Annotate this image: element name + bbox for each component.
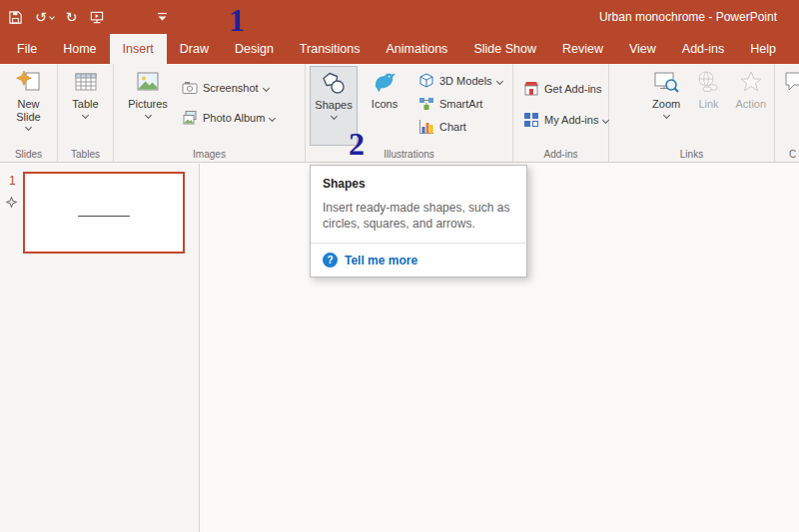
redo-button[interactable]: ↻ — [66, 10, 78, 24]
chevron-down-icon — [82, 112, 89, 119]
save-button[interactable] — [8, 10, 23, 25]
get-add-ins-button[interactable]: Get Add-ins — [519, 79, 612, 99]
link-button: Link — [687, 66, 729, 146]
slide-1-thumbnail[interactable] — [23, 172, 185, 254]
smartart-label: SmartArt — [439, 98, 482, 110]
tab-home[interactable]: Home — [50, 34, 109, 64]
customize-qat-button[interactable] — [157, 12, 168, 22]
quick-access-toolbar: ↺ ↻ — [8, 0, 168, 34]
chevron-down-icon — [663, 112, 670, 119]
powerpoint-window: ↺ ↻ Urban monochrome - PowerPoint File H… — [0, 0, 799, 532]
get-add-ins-label: Get Add-ins — [544, 83, 601, 95]
group-images: Pictures Screenshot Photo Album — [114, 64, 306, 162]
smartart-icon — [418, 96, 434, 112]
icons-button[interactable]: Icons — [361, 66, 408, 146]
tooltip-body: Insert ready-made shapes, such as circle… — [323, 200, 514, 232]
tab-draw[interactable]: Draw — [167, 34, 222, 64]
new-slide-button[interactable]: New Slide — [5, 66, 53, 146]
tab-view[interactable]: View — [616, 34, 669, 64]
group-label-illustrations: Illustrations — [306, 149, 512, 160]
tab-design[interactable]: Design — [222, 34, 287, 64]
ribbon-tab-bar: File Home Insert Draw Design Transitions… — [0, 34, 799, 64]
chevron-down-icon — [330, 113, 337, 120]
transition-star-icon — [6, 194, 17, 212]
link-icon — [695, 69, 721, 95]
icons-label: Icons — [372, 98, 398, 111]
slide-number: 1 — [9, 174, 16, 188]
group-label-slides: Slides — [0, 149, 57, 160]
tab-slide-show[interactable]: Slide Show — [460, 34, 549, 64]
group-links: Zoom Link Action Links — [609, 64, 775, 162]
chevron-down-icon — [25, 124, 32, 131]
slide-title-line — [78, 216, 130, 217]
action-button: Action — [730, 66, 772, 146]
new-slide-icon — [16, 69, 42, 95]
screenshot-button[interactable]: Screenshot — [178, 78, 279, 98]
chart-icon — [418, 119, 434, 135]
tell-me-more-label: Tell me more — [345, 254, 417, 267]
zoom-button[interactable]: Zoom — [645, 66, 687, 146]
table-button[interactable]: Table — [62, 66, 110, 146]
smartart-button[interactable]: SmartArt — [414, 94, 506, 114]
tooltip-title: Shapes — [323, 177, 514, 191]
my-add-ins-icon — [523, 112, 539, 128]
tab-review[interactable]: Review — [549, 34, 616, 64]
link-label: Link — [698, 98, 718, 111]
tell-me-more-link[interactable]: ? Tell me more — [323, 253, 514, 267]
chevron-down-icon — [496, 77, 503, 84]
my-add-ins-button[interactable]: My Add-ins — [519, 110, 612, 130]
zoom-label: Zoom — [652, 98, 680, 111]
undo-button[interactable]: ↺ — [35, 10, 54, 24]
tab-add-ins[interactable]: Add-ins — [669, 34, 737, 64]
pictures-label: Pictures — [128, 98, 168, 111]
ribbon-insert: New Slide Slides Table Tables — [0, 64, 799, 163]
tab-animations[interactable]: Animations — [374, 34, 461, 64]
action-star-icon — [738, 69, 764, 95]
chevron-down-icon — [144, 112, 151, 119]
group-label-comments: C — [775, 149, 799, 160]
tab-help[interactable]: Help — [737, 34, 789, 64]
tooltip-divider — [311, 243, 526, 244]
chart-label: Chart — [439, 121, 466, 133]
group-label-add-ins: Add-ins — [513, 149, 608, 160]
title-bar: ↺ ↻ Urban monochrome - PowerPoint — [0, 0, 799, 34]
pictures-button[interactable]: Pictures — [124, 66, 172, 146]
tab-transitions[interactable]: Transitions — [287, 34, 374, 64]
step-annotation-2: 2 — [349, 128, 365, 160]
presentation-icon — [89, 10, 105, 25]
photo-album-icon — [182, 110, 198, 126]
help-icon: ? — [323, 253, 338, 267]
screenshot-label: Screenshot — [203, 82, 259, 94]
group-slides: New Slide Slides — [0, 64, 58, 162]
action-label: Action — [736, 98, 767, 111]
3d-models-icon — [418, 73, 434, 89]
window-title: Urban monochrome - PowerPoint — [599, 0, 777, 34]
shapes-label: Shapes — [315, 99, 352, 112]
group-illustrations: Shapes Icons 3D Models SmartArt — [306, 64, 513, 162]
undo-dropdown-icon[interactable] — [49, 14, 55, 20]
table-label: Table — [72, 98, 98, 111]
my-add-ins-label: My Add-ins — [544, 114, 598, 126]
comment-button[interactable] — [783, 66, 799, 146]
3d-models-label: 3D Models — [439, 75, 492, 87]
tab-file[interactable]: File — [4, 34, 50, 64]
redo-icon: ↻ — [66, 10, 78, 24]
save-icon — [8, 10, 23, 25]
photo-album-button[interactable]: Photo Album — [178, 108, 279, 128]
new-slide-label: New Slide — [5, 98, 53, 123]
photo-album-label: Photo Album — [203, 112, 265, 124]
3d-models-button[interactable]: 3D Models — [414, 71, 506, 91]
start-presentation-button[interactable] — [89, 10, 105, 25]
screenshot-icon — [182, 80, 198, 96]
tab-insert[interactable]: Insert — [110, 34, 167, 64]
group-label-tables: Tables — [58, 149, 113, 160]
chevron-down-icon — [263, 84, 270, 91]
chart-button[interactable]: Chart — [414, 117, 506, 137]
group-label-links: Links — [609, 149, 774, 160]
group-tables: Table Tables — [58, 64, 114, 162]
shapes-icon — [321, 70, 347, 96]
comment-icon — [783, 69, 799, 95]
slide-thumbnail-panel: 1 — [0, 164, 200, 532]
group-label-images: Images — [114, 149, 305, 160]
chevron-down-icon — [269, 114, 276, 121]
